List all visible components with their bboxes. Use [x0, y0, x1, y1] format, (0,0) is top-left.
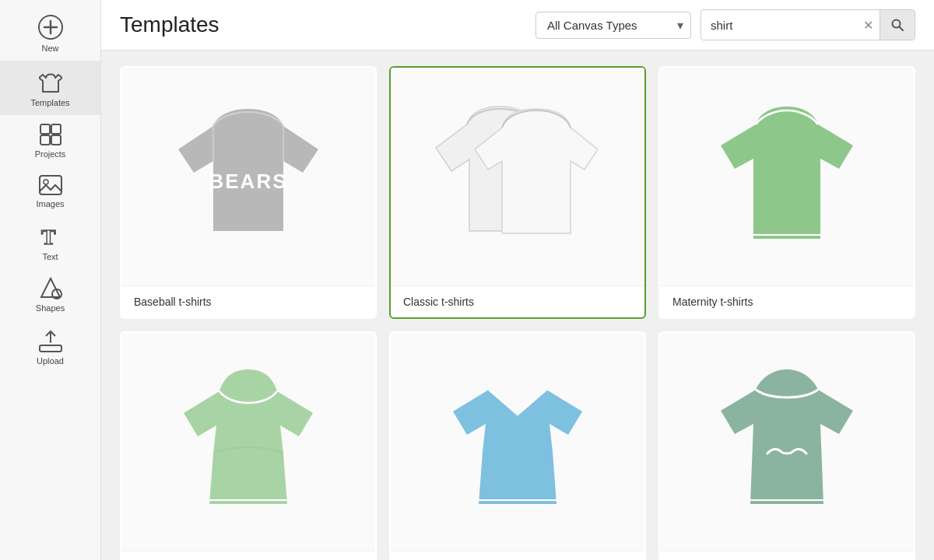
upload-icon — [38, 328, 63, 353]
canvas-filter-wrapper: All Canvas Types T-Shirts Hoodies Mugs P… — [535, 12, 691, 39]
template-card-scoop[interactable]: Scoop neck t-shirts — [120, 331, 377, 560]
template-card-baseball[interactable]: BEARS Baseball t-shirts — [120, 66, 377, 319]
card-image-wideneck — [660, 333, 914, 551]
svg-rect-7 — [40, 176, 61, 194]
svg-point-8 — [44, 180, 48, 184]
card-label-scoop: Scoop neck t-shirts — [121, 551, 375, 560]
shapes-icon — [38, 277, 63, 300]
card-image-classic — [391, 68, 644, 285]
svg-rect-3 — [40, 124, 50, 134]
template-card-wideneck[interactable]: Wide neck t-shirts — [658, 331, 915, 560]
vneck-tshirt-svg — [444, 360, 592, 523]
sidebar-item-new-label: New — [41, 44, 58, 53]
svg-rect-4 — [51, 124, 61, 134]
template-card-maternity[interactable]: Maternity t-shirts — [658, 66, 915, 319]
sidebar-item-shapes[interactable]: Shapes — [0, 269, 100, 320]
card-image-maternity — [660, 68, 914, 285]
card-image-scoop — [121, 333, 375, 551]
sidebar-item-new[interactable]: New — [0, 6, 100, 61]
svg-line-15 — [900, 27, 904, 31]
card-label-vneck: V-neck t-shirts — [391, 551, 644, 560]
tshirt-icon — [39, 68, 62, 95]
svg-rect-12 — [40, 345, 61, 352]
sidebar-item-projects[interactable]: Projects — [0, 115, 100, 166]
svg-marker-10 — [41, 278, 60, 297]
templates-grid-area: BEARS Baseball t-shirts — [101, 51, 934, 560]
maternity-tshirt-svg — [713, 95, 861, 258]
scoop-tshirt-svg — [174, 360, 322, 523]
svg-text:BEARS: BEARS — [209, 170, 287, 193]
svg-rect-6 — [51, 135, 61, 145]
card-image-baseball: BEARS — [121, 68, 375, 285]
header: Templates All Canvas Types T-Shirts Hood… — [101, 0, 934, 51]
image-icon — [38, 174, 63, 196]
sidebar-item-images-label: Images — [36, 199, 64, 208]
sidebar-item-templates-label: Templates — [30, 98, 69, 107]
search-wrapper: ✕ — [700, 9, 915, 40]
sidebar-item-templates[interactable]: Templates — [0, 61, 100, 115]
baseball-tshirt-svg: BEARS — [170, 95, 326, 258]
sidebar-item-upload[interactable]: Upload — [0, 320, 100, 373]
sidebar-item-upload-label: Upload — [37, 356, 64, 366]
sidebar-item-shapes-label: Shapes — [36, 303, 65, 313]
sidebar-item-images[interactable]: Images — [0, 166, 100, 216]
search-button[interactable] — [880, 10, 915, 40]
plus-circle-icon — [37, 14, 64, 40]
main-panel: Templates All Canvas Types T-Shirts Hood… — [101, 0, 934, 560]
text-icon: T — [39, 224, 62, 249]
template-card-classic[interactable]: Classic t-shirts — [389, 66, 646, 319]
sidebar: New Templates Projects Images T Text — [0, 0, 101, 560]
search-clear-button[interactable]: ✕ — [857, 18, 880, 33]
filter-group: All Canvas Types T-Shirts Hoodies Mugs P… — [535, 9, 915, 40]
sidebar-item-text[interactable]: T Text — [0, 216, 100, 269]
wideneck-tshirt-svg — [713, 360, 861, 523]
svg-text:T: T — [41, 225, 56, 249]
classic-tshirt-svg — [432, 95, 603, 258]
projects-icon — [39, 123, 62, 146]
card-label-classic: Classic t-shirts — [391, 285, 644, 317]
page-title: Templates — [120, 12, 219, 37]
card-label-maternity: Maternity t-shirts — [660, 285, 914, 317]
template-card-vneck[interactable]: V-neck t-shirts — [389, 331, 646, 560]
sidebar-item-text-label: Text — [42, 252, 58, 261]
canvas-type-select[interactable]: All Canvas Types T-Shirts Hoodies Mugs P… — [535, 12, 691, 39]
search-input[interactable] — [701, 12, 857, 38]
sidebar-item-projects-label: Projects — [35, 149, 66, 159]
svg-rect-5 — [40, 135, 50, 145]
search-icon — [891, 19, 904, 31]
card-label-wideneck: Wide neck t-shirts — [660, 551, 914, 560]
card-image-vneck — [391, 333, 644, 551]
card-label-baseball: Baseball t-shirts — [121, 285, 375, 317]
templates-grid: BEARS Baseball t-shirts — [120, 66, 915, 560]
